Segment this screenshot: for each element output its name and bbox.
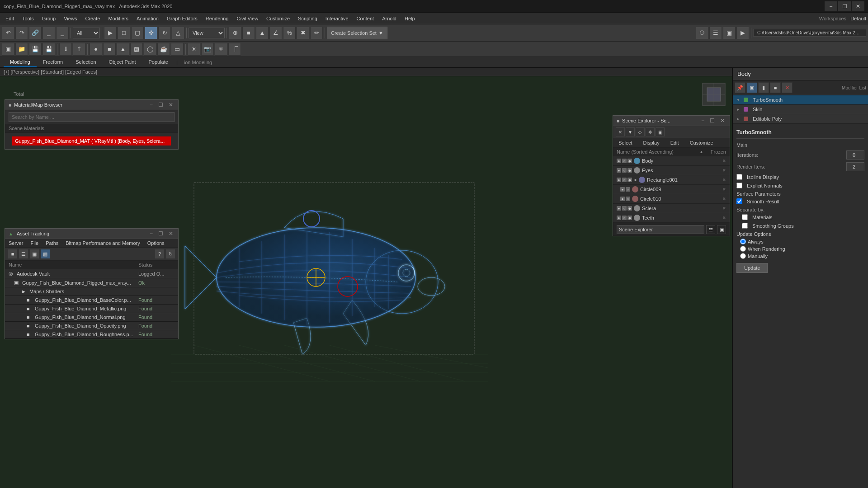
angle-snap-button[interactable]: ∠: [269, 27, 282, 39]
undo-button[interactable]: ↶: [2, 27, 14, 39]
asset-item-opacity[interactable]: ■ Guppy_Fish_Blue_Diamond_Opacity.png Fo…: [5, 322, 178, 330]
se-render-rect[interactable]: ◆: [627, 178, 632, 182]
show-end-result-button[interactable]: ▮: [758, 82, 769, 93]
render-iters-input[interactable]: [846, 162, 864, 171]
light-btn[interactable]: ☀: [188, 43, 200, 56]
plane-prim[interactable]: ▭: [171, 43, 184, 56]
asset-menu-bitmap[interactable]: Bitmap Performance and Memory: [62, 239, 143, 247]
close-button[interactable]: ✕: [852, 1, 864, 11]
asset-panel-header[interactable]: ▲ Asset Tracking − ☐ ✕: [5, 229, 178, 239]
asset-item-file[interactable]: ▣ Guppy_Fish_Blue_Diamond_Rigged_max_vra…: [5, 278, 178, 287]
window-crossing-button[interactable]: ▢: [131, 27, 144, 39]
scene-explorer-minimize[interactable]: −: [700, 117, 706, 124]
se-render-teeth[interactable]: ◆: [627, 216, 632, 220]
se-vis-eyes[interactable]: ●: [617, 168, 621, 173]
tab-populate[interactable]: Populate: [142, 57, 174, 67]
tab-modeling[interactable]: Modeling: [4, 57, 37, 67]
asset-panel-close[interactable]: ✕: [167, 230, 175, 237]
menu-modifiers[interactable]: Modifiers: [104, 14, 132, 23]
maximize-button[interactable]: ☐: [838, 1, 851, 11]
tab-object-paint[interactable]: Object Paint: [103, 57, 142, 67]
export-button[interactable]: ⇑: [73, 43, 85, 56]
se-filter-btn[interactable]: ▼: [626, 127, 635, 136]
snap-tools-button[interactable]: ⚇: [696, 27, 708, 39]
menu-animation[interactable]: Animation: [133, 14, 162, 23]
import-button[interactable]: ⇓: [59, 43, 72, 56]
box-prim[interactable]: ■: [103, 43, 116, 56]
modifier-editable-poly[interactable]: ► Editable Poly: [733, 114, 868, 124]
modifier-skin[interactable]: ► Skin: [733, 105, 868, 114]
asset-item-roughness[interactable]: ■ Guppy_Fish_Blue_Diamond_Roughness.p...…: [5, 330, 178, 339]
pivot-button[interactable]: ⊕: [229, 27, 241, 39]
asset-tb-list[interactable]: ☰: [19, 249, 28, 259]
show-result-button[interactable]: ▣: [746, 82, 757, 93]
asset-menu-paths[interactable]: Paths: [42, 239, 62, 247]
se-vis-body[interactable]: ●: [617, 159, 621, 163]
cone-prim[interactable]: ▲: [117, 43, 129, 56]
se-expand-rect[interactable]: ►: [634, 178, 638, 182]
menu-content[interactable]: Content: [353, 14, 378, 23]
se-vis-c9[interactable]: ●: [620, 187, 625, 192]
always-radio[interactable]: [740, 239, 746, 244]
asset-tb-help[interactable]: ?: [155, 249, 165, 259]
make-unique-button[interactable]: ■: [770, 82, 781, 93]
asset-item-maps-group[interactable]: ► Maps / Shaders: [5, 287, 178, 296]
tab-freeform[interactable]: Freeform: [37, 57, 70, 67]
se-item-rect001[interactable]: ● ○ ◆ ► Rectangle001 ✖: [613, 175, 730, 185]
redo-button[interactable]: ↷: [15, 27, 28, 39]
se-render-sclera[interactable]: ◆: [627, 206, 632, 211]
se-vis-teeth[interactable]: ●: [617, 216, 621, 220]
se-close-btn[interactable]: ✕: [616, 127, 625, 136]
select-filter[interactable]: All: [73, 28, 100, 38]
snap-button[interactable]: ▲: [256, 27, 269, 39]
coord-button[interactable]: ■: [242, 27, 255, 39]
scene-explorer-header[interactable]: ■ Scene Explorer - Sc... − ☐ ✕: [613, 116, 730, 126]
menu-create[interactable]: Create: [81, 14, 104, 23]
asset-item-normal[interactable]: ■ Guppy_Fish_Blue_Diamond_Normal.png Fou…: [5, 313, 178, 322]
menu-arnold[interactable]: Arnold: [378, 14, 400, 23]
asset-item-basecolor[interactable]: ■ Guppy_Fish_Blue_Diamond_BaseColor.p...…: [5, 296, 178, 305]
menu-rendering[interactable]: Rendering: [202, 14, 232, 23]
se-eye-body[interactable]: ○: [622, 159, 627, 163]
percent-snap-button[interactable]: %: [283, 27, 296, 39]
bind-button[interactable]: ⎯: [56, 27, 69, 39]
teapot-prim[interactable]: ☕: [157, 43, 170, 56]
se-tab-select[interactable]: Select: [613, 138, 638, 147]
asset-tb-detail[interactable]: ▩: [40, 249, 50, 259]
tab-selection[interactable]: Selection: [69, 57, 102, 67]
menu-scripting[interactable]: Scripting: [294, 14, 321, 23]
pin-stack-button[interactable]: 📌: [735, 82, 745, 93]
render-button[interactable]: ▶: [736, 27, 749, 39]
select-button[interactable]: ▶: [104, 27, 117, 39]
se-item-teeth[interactable]: ● ○ ◆ Teeth ✖: [613, 213, 730, 223]
asset-menu-file[interactable]: File: [27, 239, 42, 247]
move-button[interactable]: ✜: [145, 27, 157, 39]
se-eye-teeth[interactable]: ○: [622, 216, 627, 220]
asset-menu-options[interactable]: Options: [144, 239, 168, 247]
iterations-input[interactable]: [846, 150, 864, 160]
se-item-circle010[interactable]: ● ○ Circle010 ✖: [613, 194, 730, 204]
material-panel-minimize[interactable]: −: [148, 102, 154, 108]
explicit-normals-checkbox[interactable]: [736, 183, 742, 188]
asset-panel-minimize[interactable]: −: [148, 230, 154, 237]
manually-radio[interactable]: [740, 253, 746, 259]
se-item-circle009[interactable]: ● ○ Circle009 ✖: [613, 185, 730, 194]
torus-prim[interactable]: ◯: [144, 43, 156, 56]
material-panel-header[interactable]: ■ Material/Map Browser − ☐ ✕: [5, 100, 178, 110]
se-item-eyes[interactable]: ● ○ ◆ Eyes ✖: [613, 166, 730, 175]
se-footer-input[interactable]: [617, 225, 704, 234]
asset-item-vault[interactable]: ◎ Autodesk Vault Logged O...: [5, 269, 178, 278]
se-layers-btn[interactable]: ☳: [706, 225, 715, 234]
material-search-input[interactable]: [9, 112, 175, 122]
se-item-sclera[interactable]: ● ○ ◆ Sclera ✖: [613, 204, 730, 213]
view-select[interactable]: View: [189, 28, 225, 38]
when-rendering-radio[interactable]: [740, 246, 746, 252]
se-tab-edit[interactable]: Edit: [665, 138, 684, 147]
menu-views[interactable]: Views: [60, 14, 80, 23]
menu-customize[interactable]: Customize: [263, 14, 293, 23]
se-eye-rect[interactable]: ○: [622, 178, 627, 182]
se-vis-sclera[interactable]: ●: [617, 206, 621, 211]
save-button[interactable]: 💾: [29, 43, 42, 56]
smooth-result-checkbox[interactable]: [736, 198, 742, 204]
spinner-snap-button[interactable]: ✖: [297, 27, 309, 39]
